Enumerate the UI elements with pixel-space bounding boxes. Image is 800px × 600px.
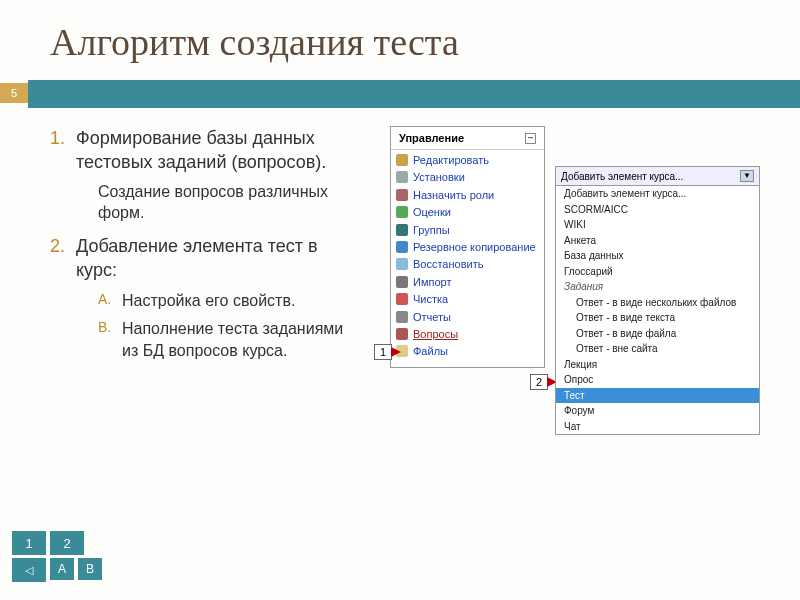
item-icon [396, 293, 408, 305]
content-area: 1. Формирование базы данных тестовых зад… [0, 108, 800, 371]
admin-item-label: Отчеты [413, 311, 451, 323]
admin-item-label: Восстановить [413, 258, 483, 270]
dropdown-option[interactable]: Чат [556, 419, 759, 435]
outline-text: Добавление элемента тест в курс: [76, 236, 318, 280]
outline-lit: B. [98, 318, 111, 337]
dropdown-option[interactable]: Опрос [556, 372, 759, 388]
outline-num: 1. [50, 126, 65, 150]
admin-item[interactable]: Редактировать [395, 152, 540, 169]
admin-item[interactable]: Установки [395, 169, 540, 186]
admin-item-label: Редактировать [413, 154, 489, 166]
dropdown-option[interactable]: Лекция [556, 357, 759, 373]
dropdown-option[interactable]: Ответ - вне сайта [556, 341, 759, 357]
admin-item-label: Резервное копирование [413, 241, 536, 253]
outline-subtext: Наполнение теста заданиями из БД вопросо… [122, 320, 343, 359]
dropdown-option[interactable]: Ответ - в виде файла [556, 326, 759, 342]
dropdown-option[interactable]: Глоссарий [556, 264, 759, 280]
outline-lit: A. [98, 290, 111, 309]
outline-text: Формирование базы данных тестовых задани… [76, 128, 326, 172]
dropdown-option[interactable]: SCORM/AICC [556, 202, 759, 218]
chevron-down-icon[interactable]: ▼ [740, 170, 754, 182]
admin-item[interactable]: Отчеты [395, 309, 540, 326]
nav-button-1[interactable]: 1 [12, 531, 46, 555]
title-area: Алгоритм создания теста [0, 0, 800, 74]
dropdown-option[interactable]: Форум [556, 403, 759, 419]
admin-item-label: Файлы [413, 345, 448, 357]
dropdown-section: Задания [556, 279, 759, 295]
admin-item[interactable]: Файлы [395, 343, 540, 360]
outline-subtext: Настройка его свойств. [122, 292, 295, 309]
item-icon [396, 258, 408, 270]
nav-back-button[interactable]: ◁ [12, 558, 46, 582]
illustration-column: Управление – РедактироватьУстановкиНазна… [380, 126, 780, 371]
admin-item[interactable]: Чистка [395, 291, 540, 308]
footer-nav: 1 2 ◁ A B [12, 531, 102, 582]
dropdown-option[interactable]: Анкета [556, 233, 759, 249]
outline-num: 2. [50, 234, 65, 258]
admin-item-label: Установки [413, 171, 465, 183]
outline-subtext: Создание вопросов различных форм. [98, 181, 360, 224]
admin-item[interactable]: Импорт [395, 274, 540, 291]
page-number-badge: 5 [0, 83, 28, 103]
item-icon [396, 276, 408, 288]
item-icon [396, 171, 408, 183]
dropdown-option[interactable]: Добавить элемент курса... [556, 186, 759, 202]
dropdown-list: Добавить элемент курса...SCORM/AICCWIKIА… [556, 186, 759, 434]
admin-item[interactable]: Назначить роли [395, 187, 540, 204]
admin-item-label: Чистка [413, 293, 448, 305]
callout-2: 2 [530, 374, 548, 390]
admin-item-label: Вопросы [413, 328, 458, 340]
dropdown-option[interactable]: Ответ - в виде текста [556, 310, 759, 326]
item-icon [396, 328, 408, 340]
outline-item-2: 2. Добавление элемента тест в курс: A. Н… [50, 234, 360, 361]
item-icon [396, 189, 408, 201]
dropdown-option[interactable]: WIKI [556, 217, 759, 233]
admin-panel: Управление – РедактироватьУстановкиНазна… [390, 126, 545, 368]
dropdown-option[interactable]: Ответ - в виде нескольких файлов [556, 295, 759, 311]
outline-subitem-b: B. Наполнение теста заданиями из БД вопр… [98, 318, 360, 361]
admin-panel-title: Управление [399, 132, 464, 144]
admin-item[interactable]: Восстановить [395, 256, 540, 273]
admin-item-label: Оценки [413, 206, 451, 218]
admin-panel-header: Управление – [391, 127, 544, 150]
item-icon [396, 224, 408, 236]
item-icon [396, 206, 408, 218]
item-icon [396, 311, 408, 323]
item-icon [396, 241, 408, 253]
admin-item-label: Группы [413, 224, 450, 236]
arrow-icon [391, 347, 401, 357]
slide-title: Алгоритм создания теста [50, 20, 770, 64]
outline-item-1: 1. Формирование базы данных тестовых зад… [50, 126, 360, 224]
nav-button-a[interactable]: A [50, 558, 74, 580]
accent-bar: 5 [28, 80, 800, 108]
admin-item[interactable]: Группы [395, 222, 540, 239]
outline-list: 1. Формирование базы данных тестовых зад… [50, 126, 360, 361]
nav-button-b[interactable]: B [78, 558, 102, 580]
admin-item-label: Назначить роли [413, 189, 494, 201]
callout-1: 1 [374, 344, 392, 360]
dropdown-option[interactable]: Тест [556, 388, 759, 404]
admin-item[interactable]: Резервное копирование [395, 239, 540, 256]
admin-item-label: Импорт [413, 276, 451, 288]
admin-item[interactable]: Вопросы [395, 326, 540, 343]
nav-button-2[interactable]: 2 [50, 531, 84, 555]
outline-column: 1. Формирование базы данных тестовых зад… [50, 126, 360, 371]
dropdown-header-label: Добавить элемент курса... [561, 171, 683, 182]
collapse-icon[interactable]: – [525, 133, 536, 144]
admin-list: РедактироватьУстановкиНазначить ролиОцен… [391, 150, 544, 367]
dropdown-header[interactable]: Добавить элемент курса... ▼ [556, 167, 759, 186]
outline-subitem-a: A. Настройка его свойств. [98, 290, 360, 312]
admin-item[interactable]: Оценки [395, 204, 540, 221]
dropdown-panel: Добавить элемент курса... ▼ Добавить эле… [555, 166, 760, 435]
dropdown-option[interactable]: База данных [556, 248, 759, 264]
item-icon [396, 154, 408, 166]
outline-sublist: A. Настройка его свойств. B. Наполнение … [98, 290, 360, 361]
